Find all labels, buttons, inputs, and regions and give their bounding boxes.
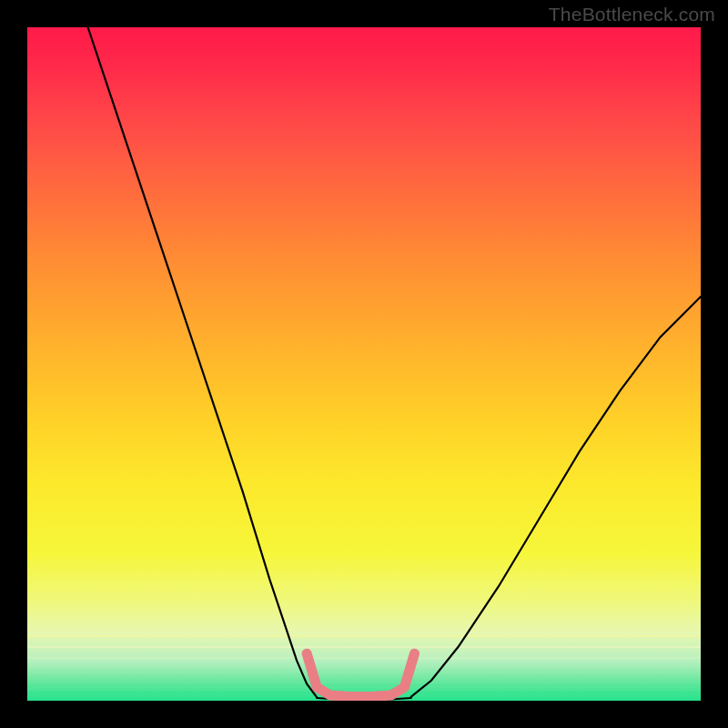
plot-area bbox=[27, 27, 701, 701]
left-curve-path bbox=[88, 27, 318, 697]
attribution-label: TheBottleneck.com bbox=[549, 4, 715, 25]
chart-stage: TheBottleneck.com bbox=[0, 0, 728, 728]
highlight-band-path bbox=[307, 653, 414, 696]
right-curve-path bbox=[411, 297, 701, 697]
curve-layer bbox=[27, 27, 701, 701]
